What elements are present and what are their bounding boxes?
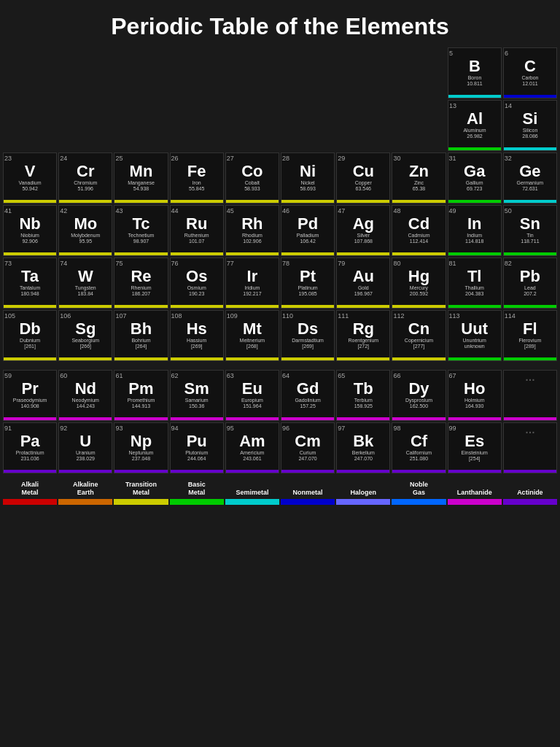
element-sg[interactable]: 106 Sg Seaborgium [266] — [58, 310, 112, 361]
element-w[interactable]: 74 W Tungsten 183.84 — [58, 258, 112, 309]
page-title: Periodic Table of the Elements — [0, 0, 560, 47]
legend-item-7: Noble Gas — [392, 481, 446, 505]
element-db[interactable]: 105 Db Dubnium [261] — [3, 310, 57, 361]
element-al[interactable]: 13 Al Aluminum 26.982 — [448, 100, 502, 151]
legend-item-1: Alkaline Earth — [58, 481, 112, 505]
element-cu[interactable]: 29 Cu Copper 63.546 — [336, 152, 390, 204]
element-tc[interactable]: 43 Tc Technetium 98.907 — [114, 205, 168, 256]
element-mt[interactable]: 109 Mt Meitnerium [268] — [225, 310, 279, 361]
element-os[interactable]: 76 Os Osmium 190.23 — [170, 258, 224, 309]
element-rh[interactable]: 45 Rh Rhodium 102.906 — [225, 205, 279, 256]
element-u[interactable]: 92 U Uranium 238.029 — [58, 422, 112, 473]
element-cn[interactable]: 112 Cn Copernicium [277] — [392, 310, 446, 361]
element-hg[interactable]: 80 Hg Mercury 200.592 — [392, 258, 446, 309]
element-ge[interactable]: 32 Ge Germanium 72.631 — [503, 152, 557, 204]
legend-item-4: Semimetal — [225, 481, 279, 505]
element-ni[interactable]: 28 Ni Nickel 58.693 — [281, 152, 335, 204]
element-v[interactable]: 23 V Vanadium 50.942 — [3, 152, 57, 204]
element-nb[interactable]: 41 Nb Niobium 92.906 — [3, 205, 57, 256]
element-np[interactable]: 93 Np Neptunium 237.048 — [114, 422, 168, 473]
element-eu[interactable]: 63 Eu Europium 151.964 — [225, 370, 279, 421]
element-pa[interactable]: 91 Pa Protactinium 231.036 — [3, 422, 57, 473]
element-nd[interactable]: 60 Nd Neodymium 144.243 — [58, 370, 112, 421]
element-am[interactable]: 95 Am Americium 243.061 — [225, 422, 279, 473]
element-hs[interactable]: 108 Hs Hassium [269] — [170, 310, 224, 361]
element-uut[interactable]: 113 Uut Ununtrium unknown — [448, 310, 502, 361]
element-pu[interactable]: 94 Pu Plutonium 244.064 — [170, 422, 224, 473]
legend-item-5: Nonmetal — [281, 481, 335, 505]
element-tl[interactable]: 81 Tl Thallium 204.383 — [448, 258, 502, 309]
lanthanide-filler: … — [503, 370, 557, 421]
element-pm[interactable]: 61 Pm Promethium 144.913 — [114, 370, 168, 421]
element-sm[interactable]: 62 Sm Samarium 150.36 — [170, 370, 224, 421]
element-cr[interactable]: 24 Cr Chromium 51.996 — [58, 152, 112, 204]
element-ta[interactable]: 73 Ta Tantalum 180.948 — [3, 258, 57, 309]
element-bh[interactable]: 107 Bh Bohrium [264] — [114, 310, 168, 361]
legend-item-6: Halogen — [336, 481, 390, 505]
element-bk[interactable]: 97 Bk Berkelium 247.070 — [336, 422, 390, 473]
element-gd[interactable]: 64 Gd Gadolinium 157.25 — [281, 370, 335, 421]
element-ga[interactable]: 31 Ga Gallium 69.723 — [448, 152, 502, 204]
element-ru[interactable]: 44 Ru Ruthenium 101.07 — [170, 205, 224, 256]
element-ag[interactable]: 47 Ag Silver 107.868 — [336, 205, 390, 256]
element-fe[interactable]: 26 Fe Iron 55.845 — [170, 152, 224, 204]
element-mn[interactable]: 25 Mn Manganese 54.938 — [114, 152, 168, 204]
element-c[interactable]: 6 C Carbon 12.011 — [503, 47, 557, 98]
element-cm[interactable]: 96 Cm Curium 247.070 — [281, 422, 335, 473]
element-tb[interactable]: 65 Tb Terbium 158.925 — [336, 370, 390, 421]
actinide-filler: … — [503, 422, 557, 473]
legend-item-8: Lanthanide — [448, 481, 502, 505]
element-re[interactable]: 75 Re Rhenium 186.207 — [114, 258, 168, 309]
element-cf[interactable]: 98 Cf Californium 251.080 — [392, 422, 446, 473]
element-es[interactable]: 99 Es Einsteinium [254] — [448, 422, 502, 473]
legend-item-3: Basic Metal — [170, 481, 224, 505]
element-zn[interactable]: 30 Zn Zinc 65.38 — [392, 152, 446, 204]
element-pr[interactable]: 59 Pr Praseodymium 140.908 — [3, 370, 57, 421]
element-pt[interactable]: 78 Pt Platinum 195.085 — [281, 258, 335, 309]
periodic-table: 5 B Boron 10.811 6 C Carbon 12.011 13 Al… — [0, 47, 560, 505]
element-ds[interactable]: 110 Ds Darmstadtium [269] — [281, 310, 335, 361]
element-si[interactable]: 14 Si Silicon 28.086 — [503, 100, 557, 151]
element-dy[interactable]: 66 Dy Dysprosium 162.500 — [392, 370, 446, 421]
element-co[interactable]: 27 Co Cobalt 58.933 — [225, 152, 279, 204]
legend-item-0: Alkali Metal — [3, 481, 57, 505]
element-rg[interactable]: 111 Rg Roentgenium [272] — [336, 310, 390, 361]
element-fl[interactable]: 114 Fl Flerovium [289] — [503, 310, 557, 361]
element-pb[interactable]: 82 Pb Lead 207.2 — [503, 258, 557, 309]
element-mo[interactable]: 42 Mo Molybdenum 95.95 — [58, 205, 112, 256]
element-b[interactable]: 5 B Boron 10.811 — [448, 47, 502, 98]
element-cd[interactable]: 48 Cd Cadmium 112.414 — [392, 205, 446, 256]
element-ho[interactable]: 67 Ho Holmium 164.930 — [448, 370, 502, 421]
element-sn[interactable]: 50 Sn Tin 118.711 — [503, 205, 557, 256]
element-pd[interactable]: 46 Pd Palladium 106.42 — [281, 205, 335, 256]
element-ir[interactable]: 77 Ir Iridium 192.217 — [225, 258, 279, 309]
element-au[interactable]: 79 Au Gold 196.967 — [336, 258, 390, 309]
legend-item-9: Actinide — [503, 481, 557, 505]
legend-item-2: Transition Metal — [114, 481, 168, 505]
element-in[interactable]: 49 In Indium 114.818 — [448, 205, 502, 256]
